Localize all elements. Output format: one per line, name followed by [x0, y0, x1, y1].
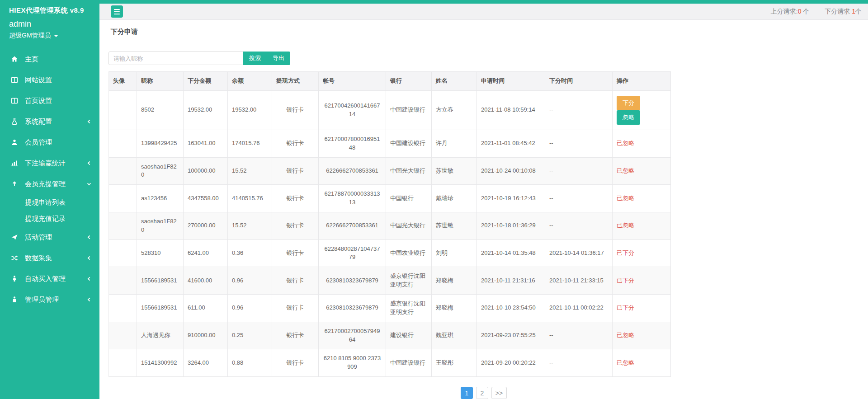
- cell-nickname: 人海遇见你: [137, 322, 184, 349]
- pagination: 1 2 >>: [99, 377, 868, 399]
- cell-nickname: 15141300992: [137, 349, 184, 377]
- cell-method: 银行卡: [272, 212, 319, 239]
- table-row: saoshao1F820 100000.00 15.52 银行卡 6226662…: [109, 157, 671, 185]
- down-score-button[interactable]: 下分: [617, 96, 640, 110]
- cell-action: 已忽略: [613, 130, 671, 157]
- sidebar-item-admin-manage[interactable]: 管理员管理: [0, 289, 99, 310]
- cell-avatar: [109, 239, 137, 267]
- menu-toggle-icon: [114, 9, 120, 10]
- cell-amount: 270000.00: [184, 212, 228, 239]
- sidebar-item-system-config[interactable]: 系统配置: [0, 111, 99, 132]
- sidebar-item-label: 自动买入管理: [25, 275, 86, 283]
- cell-name: 苏世敏: [432, 212, 477, 239]
- cell-nickname: 15566189531: [137, 267, 184, 295]
- status-badge: 已下分: [617, 249, 634, 256]
- cell-action: 下分忽略: [613, 90, 671, 130]
- cell-balance: 15.52: [228, 157, 272, 185]
- cell-account: 6217004260014166714: [319, 90, 386, 130]
- cell-down-time: --: [545, 212, 613, 239]
- bet-stats-icon: [10, 160, 19, 167]
- sidebar-subitem-label: 提现申请列表: [25, 198, 66, 207]
- activity-icon: [10, 234, 19, 241]
- cell-action: 已下分: [613, 239, 671, 267]
- table-row: saoshao1F820 270000.00 15.52 银行卡 6226662…: [109, 212, 671, 239]
- export-button[interactable]: 导出: [267, 52, 290, 65]
- col-header-name: 姓名: [432, 72, 477, 91]
- cell-amount: 910000.00: [184, 322, 228, 349]
- down-requests-counter[interactable]: 下分请求 1个: [825, 8, 862, 16]
- table-row: 人海遇见你 910000.00 0.25 银行卡 621700027000579…: [109, 322, 671, 349]
- app-title: HIEX代理管理系统 v8.9: [9, 6, 90, 15]
- down-requests-unit: 个: [855, 8, 862, 15]
- sidebar-submenu: 提现申请列表 提现充值记录: [0, 194, 99, 227]
- cell-name: 方立春: [432, 90, 477, 130]
- chevron-left-icon: [86, 296, 92, 303]
- cell-amount: 100000.00: [184, 157, 228, 185]
- sidebar-item-data-collect[interactable]: 数据采集: [0, 248, 99, 268]
- chevron-left-icon: [86, 160, 92, 166]
- sidebar-item-activity[interactable]: 活动管理: [0, 227, 99, 248]
- cell-balance: 19532.00: [228, 90, 272, 130]
- sidebar-item-site-settings[interactable]: 网站设置: [0, 70, 99, 90]
- sidebar-item-label: 网站设置: [25, 76, 92, 84]
- cell-name: 王晓彤: [432, 349, 477, 377]
- cell-bank: 中国建设银行: [386, 349, 432, 377]
- caret-down-icon: [54, 35, 58, 37]
- cell-bank: 盛京银行沈阳亚明支行: [386, 267, 432, 295]
- cell-name: 魏亚琪: [432, 322, 477, 349]
- col-header-amount: 下分金额: [184, 72, 228, 91]
- sidebar-subitem-withdraw-requests[interactable]: 提现申请列表: [0, 194, 99, 211]
- chevron-left-icon: [86, 276, 92, 282]
- cell-down-time: 2021-10-11 21:33:15: [545, 267, 613, 295]
- cell-amount: 6241.00: [184, 239, 228, 267]
- sidebar-subitem-withdraw-records[interactable]: 提现充值记录: [0, 211, 99, 227]
- search-button[interactable]: 搜索: [243, 52, 267, 65]
- search-input[interactable]: [108, 52, 243, 65]
- user-role-dropdown[interactable]: 超级GM管理员: [9, 32, 90, 40]
- page-button-next[interactable]: >>: [491, 387, 507, 399]
- auto-buy-icon: [10, 275, 19, 282]
- cell-apply-time: 2021-10-11 21:31:16: [477, 267, 545, 295]
- cell-account: 6217000780001695148: [319, 130, 386, 157]
- table-row: as123456 4347558.00 4140515.76 银行卡 62178…: [109, 185, 671, 212]
- page-button-1[interactable]: 1: [461, 387, 473, 399]
- cell-apply-time: 2021-10-24 00:10:08: [477, 157, 545, 185]
- cell-nickname: 528310: [137, 239, 184, 267]
- chevron-down-icon: [86, 181, 92, 187]
- cell-down-time: --: [545, 90, 613, 130]
- cell-amount: 4347558.00: [184, 185, 228, 212]
- cell-name: 许丹: [432, 130, 477, 157]
- table-row: 15566189531 611.00 0.96 银行卡 623081032367…: [109, 294, 671, 322]
- cell-bank: 建设银行: [386, 322, 432, 349]
- cell-apply-time: 2021-09-20 00:20:22: [477, 349, 545, 377]
- withdraw-requests-table: 头像 昵称 下分金额 余额 提现方式 帐号 银行 姓名 申请时间 下分时间 操作…: [108, 71, 671, 377]
- sidebar-item-auto-buy[interactable]: 自动买入管理: [0, 268, 99, 289]
- col-header-apply-time: 申请时间: [477, 72, 545, 91]
- sidebar-item-members[interactable]: 会员管理: [0, 132, 99, 153]
- cell-avatar: [109, 212, 137, 239]
- table-row: 15566189531 41600.00 0.96 银行卡 6230810323…: [109, 267, 671, 295]
- cell-action: 已忽略: [613, 212, 671, 239]
- data-collect-icon: [10, 254, 19, 262]
- sidebar-item-homepage-settings[interactable]: 首页设置: [0, 90, 99, 111]
- cell-name: 郑晓梅: [432, 294, 477, 322]
- cell-account: 6226662700853361: [319, 157, 386, 185]
- cell-balance: 0.88: [228, 349, 272, 377]
- cell-apply-time: 2021-10-19 16:12:43: [477, 185, 545, 212]
- cell-bank: 中国建设银行: [386, 90, 432, 130]
- site-settings-icon: [10, 76, 19, 84]
- cell-action: 已忽略: [613, 322, 671, 349]
- sidebar-item-recharge-manage[interactable]: 会员充提管理: [0, 174, 99, 194]
- menu-toggle-button[interactable]: [111, 5, 123, 18]
- cell-down-time: --: [545, 185, 613, 212]
- cell-bank: 中国光大银行: [386, 212, 432, 239]
- up-requests-counter[interactable]: 上分请求:0 个: [771, 8, 810, 16]
- ignore-button[interactable]: 忽略: [617, 110, 640, 125]
- sidebar-item-label: 系统配置: [25, 117, 86, 126]
- cell-bank: 盛京银行沈阳亚明支行: [386, 294, 432, 322]
- page-button-2[interactable]: 2: [476, 387, 488, 399]
- cell-nickname: 8502: [137, 90, 184, 130]
- cell-balance: 4140515.76: [228, 185, 272, 212]
- sidebar-item-bet-stats[interactable]: 下注输赢统计: [0, 153, 99, 174]
- sidebar-item-home[interactable]: 主页: [0, 49, 99, 70]
